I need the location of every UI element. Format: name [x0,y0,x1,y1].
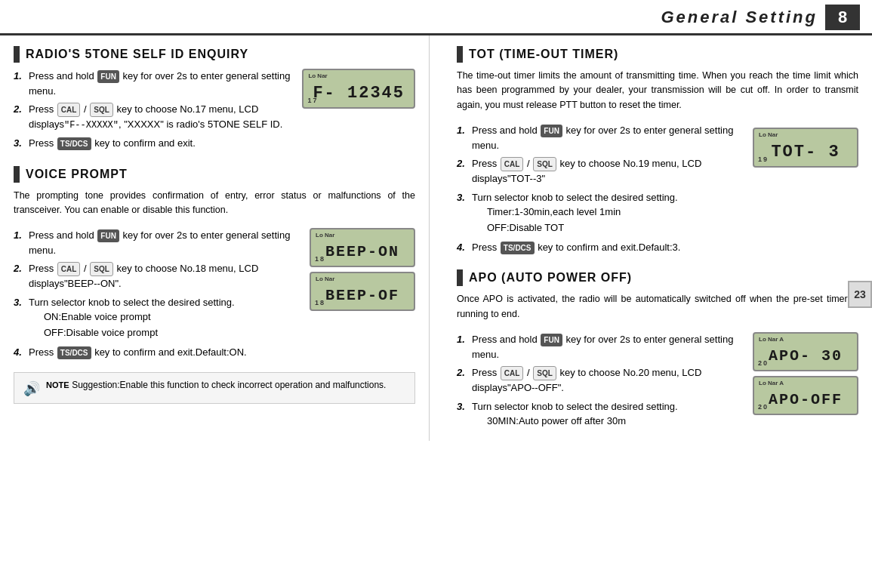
section-radio5tone: RADIO'S 5TONE SELF ID ENQUIRY [14,46,415,63]
tot-sub-off: OFF:Disable TOT [472,220,858,236]
fun-key: FUN [97,70,119,83]
right-column: TOT (TIME-OUT TIMER) The time-out timer … [430,35,872,441]
tsdcs-key: TS/DCS [57,137,91,150]
note-label: NOTE [46,380,69,389]
vp-sub-on: ON:Enable voice prompt [29,309,415,325]
cal-key-apo: CAL [501,366,524,380]
section-bar-tot [457,46,463,63]
step-4-tot: 4. Press TS/DCS key to confirm and exit.… [457,240,858,255]
section-tot: TOT (TIME-OUT TIMER) [457,46,858,63]
step-1-radio5tone: 1. Press and hold FUN key for over 2s to… [14,69,415,98]
sql-key-apo: SQL [533,366,556,380]
step-2-apo: 2. Press CAL / SQL key to choose No.20 m… [457,365,858,396]
section-bar [14,46,20,63]
step-2-radio5tone: 2. Press CAL / SQL key to choose No.17 m… [14,102,415,132]
section-title-radio5tone: RADIO'S 5TONE SELF ID ENQUIRY [26,48,248,61]
section-bar-apo [457,269,463,286]
step-4-vp: 4. Press TS/DCS key to confirm and exit.… [14,345,415,360]
fun-key-tot: FUN [541,125,562,137]
step-3-vp: 3. Turn selector knob to select the desi… [14,295,415,341]
tot-sub-timer: Timer:1-30min,each level 1min [472,205,858,220]
section-title-apo: APO (AUTO POWER OFF) [469,271,632,285]
main-content: RADIO'S 5TONE SELF ID ENQUIRY Lo Nar 17 … [0,35,872,441]
sql-key: SQL [90,103,113,117]
sql-key-vp: SQL [90,262,113,276]
page-side-number: 23 [848,281,872,308]
tot-intro: The time-out timer limits the amount of … [457,69,858,112]
vp-sub-off: OFF:Disable voice prompt [29,325,415,341]
step-3-apo: 3. Turn selector knob to select the desi… [457,399,858,429]
apo-intro: Once APO is activated, the radio will be… [457,292,858,322]
tsdcs-key-tot: TS/DCS [501,242,535,254]
sql-key-tot: SQL [533,157,556,171]
note-text: Suggestion:Enable this function to check… [72,380,386,390]
step-3-radio5tone: 3. Press TS/DCS key to confirm and exit. [14,136,415,151]
step-1-vp: 1. Press and hold FUN key for over 2s to… [14,228,415,257]
step-1-apo: 1. Press and hold FUN key for over 2s to… [457,332,858,362]
fun-key-vp: FUN [97,229,119,242]
page-header: General Setting 8 [0,0,872,35]
section-apo: APO (AUTO POWER OFF) [457,269,858,286]
note-box: 🔊 NOTE Suggestion:Enable this function t… [14,372,415,404]
cal-key-vp: CAL [57,262,81,276]
cal-key-tot: CAL [501,157,524,171]
cal-key: CAL [57,103,81,117]
step-1-tot: 1. Press and hold FUN key for over 2s to… [457,123,858,152]
page-title: General Setting [661,8,818,27]
left-column: RADIO'S 5TONE SELF ID ENQUIRY Lo Nar 17 … [0,35,430,441]
voiceprompt-intro: The prompting tone provides confirmation… [14,189,415,218]
section-bar-vp [14,166,20,183]
apo-sub-30: 30MIN:Auto power off after 30m [472,414,858,429]
tsdcs-key-vp: TS/DCS [57,346,91,359]
section-title-voiceprompt: VOICE PROMPT [26,168,128,181]
note-icon: 🔊 [23,380,40,397]
section-voiceprompt: VOICE PROMPT [14,166,415,183]
chapter-number: 8 [825,5,860,30]
step-2-tot: 2. Press CAL / SQL key to choose No.19 m… [457,156,858,186]
step-3-tot: 3. Turn selector knob to select the desi… [457,190,858,236]
step-2-vp: 2. Press CAL / SQL key to choose No.18 m… [14,261,415,291]
fun-key-apo: FUN [541,334,562,346]
section-title-tot: TOT (TIME-OUT TIMER) [469,48,618,61]
